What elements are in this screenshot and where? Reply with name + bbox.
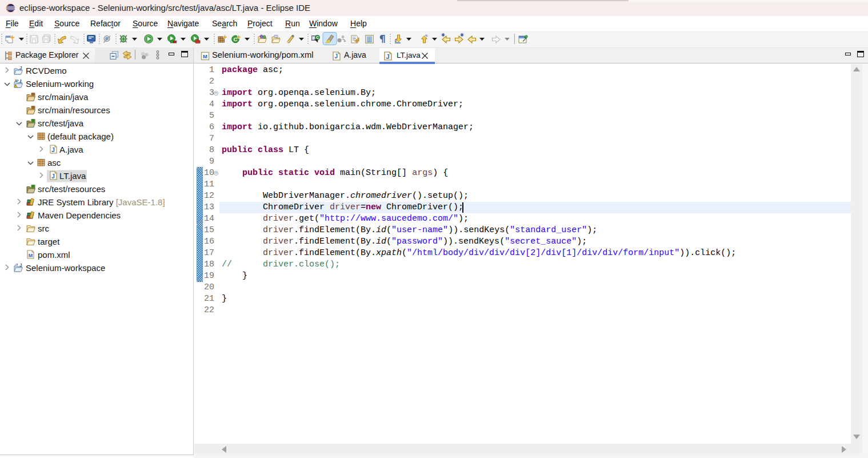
svg-text:J: J [335,53,338,59]
svg-text:C: C [234,36,238,42]
svg-text:J: J [386,53,390,59]
svg-text:C: C [316,35,319,39]
svg-text:M: M [203,53,207,59]
